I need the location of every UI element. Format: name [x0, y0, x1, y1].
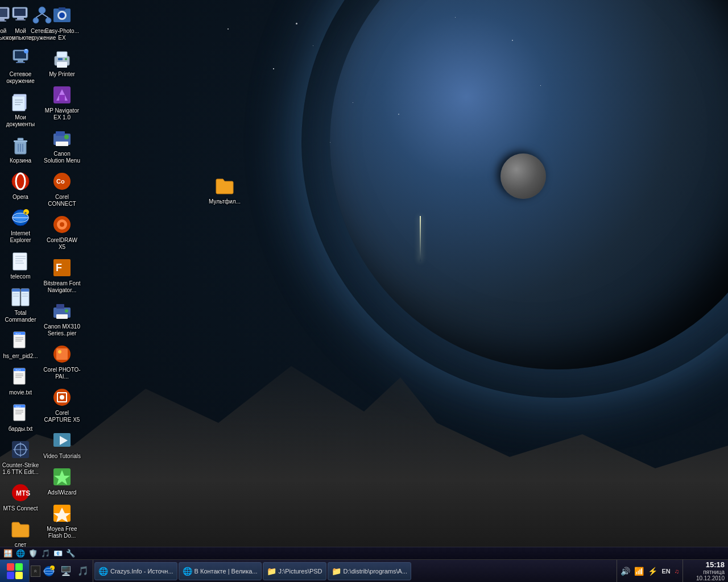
svg-text:F: F [56, 262, 62, 273]
taskbar-items: 🌐 Crazys.Info - Источн... 🌐 В Контакте |… [93, 560, 617, 583]
icon-trash[interactable]: Корзина [1, 132, 40, 165]
taskbar-item-pictures[interactable]: 📁 J:\Pictures\PSD [263, 562, 326, 580]
svg-rect-109 [56, 348, 68, 360]
icon-my-documents[interactable]: Мои документы [1, 89, 40, 129]
ql-media-icon[interactable]: 🎵 [75, 563, 91, 579]
icon-movie[interactable]: TXT movie.txt [1, 364, 40, 397]
icon-corel-capture[interactable]: Corel CAPTURE X5 [42, 385, 82, 425]
taskbar-item-vk-label: В Контакте | Велика... [195, 568, 258, 575]
svg-rect-94 [56, 131, 65, 136]
icon-my-printer[interactable]: My Printer [42, 46, 82, 79]
desktop: Мой компьютер Сетевое окружение [0, 0, 728, 582]
icon-adslwizard[interactable]: AdslWizard [42, 464, 82, 497]
svg-rect-155 [15, 572, 23, 579]
taskbar-item-crazys-label: Crazys.Info - Источн... [110, 568, 173, 575]
taskbar2-mail-icon[interactable]: 📧 [52, 548, 64, 559]
taskbar: « e 🖥️ 🎵 🌐 Crazys.Info - Источн... 🌐 [0, 559, 728, 582]
svg-rect-36 [13, 253, 27, 270]
icon-total-commander[interactable]: Total Commander [1, 285, 40, 325]
icon-bitstream[interactable]: F Bitstream Font Navigator... [42, 255, 82, 295]
svg-point-84 [59, 13, 65, 18]
svg-rect-95 [56, 142, 68, 146]
svg-rect-88 [57, 62, 67, 68]
taskbar-item-pictures-label: J:\Pictures\PSD [279, 568, 322, 575]
svg-rect-11 [17, 18, 24, 19]
svg-text:MTS: MTS [16, 489, 30, 497]
taskbar2-windows-icon[interactable]: 🪟 [2, 548, 14, 559]
ql-show-desktop-icon[interactable]: 🖥️ [58, 563, 74, 579]
taskbar-item-distrib[interactable]: 📁 D:\distrib\programs\A... [328, 562, 411, 580]
icon-slot-folder[interactable]: слет [1, 517, 40, 550]
icon-network[interactable]: Сетевое окружение [1, 46, 40, 86]
icon-coreldraw[interactable]: CorelDRAW X5 [42, 212, 82, 252]
icon-bardy[interactable]: TXT барды.txt [1, 401, 40, 434]
taskbar-item-vk-icon: 🌐 [183, 567, 192, 576]
icon-mts-connect[interactable]: MTS MTS Connect [1, 480, 40, 513]
icon-ie[interactable]: e Internet Explorer [1, 205, 40, 245]
tray-network-icon[interactable]: 📶 [633, 566, 645, 577]
icon-multfilm[interactable]: Мультфил... [205, 173, 245, 206]
taskbar2-tools-icon[interactable]: 🔧 [65, 548, 76, 559]
icon-telecom[interactable]: telecom [1, 248, 40, 281]
expand-quick-launch-btn[interactable]: « [31, 566, 40, 577]
quick-launch: « e 🖥️ 🎵 [30, 560, 93, 583]
stars-background [0, 0, 728, 582]
taskbar2-security-icon[interactable]: 🛡️ [27, 548, 39, 559]
svg-text:Co: Co [56, 178, 65, 185]
svg-rect-152 [7, 563, 14, 571]
svg-point-90 [65, 58, 67, 60]
svg-rect-154 [7, 572, 14, 579]
tray-power-icon[interactable]: ⚡ [647, 566, 659, 577]
svg-text:TXT: TXT [15, 369, 20, 372]
taskbar-item-distrib-label: D:\distrib\programs\A... [344, 568, 407, 575]
svg-rect-19 [13, 96, 25, 111]
tray-lang-label[interactable]: EN [660, 567, 671, 576]
icon-canon-solution[interactable]: Canon Solution Menu [42, 126, 82, 165]
taskbar2-browser-icon[interactable]: 🌐 [15, 548, 26, 559]
tray-volume-icon[interactable]: 🔊 [619, 566, 631, 577]
icon-opera[interactable]: Opera [1, 169, 40, 202]
icon-easy-photo[interactable]: Easy-Photo... EX [42, 3, 82, 43]
svg-rect-16 [16, 62, 25, 63]
clock[interactable]: 15:18 пятница 10.12.2010 [682, 559, 728, 582]
taskbar-item-pictures-icon: 📁 [267, 567, 276, 576]
taskbar2-music-icon[interactable]: 🎵 [40, 548, 51, 559]
icon-video-tutorials[interactable]: Video Tutorials [42, 428, 82, 461]
icon-moyea[interactable]: Moyea Free Flash Do... [42, 501, 82, 541]
start-button[interactable] [0, 560, 30, 583]
icon-corel-connect[interactable]: Co Corel CONNECT [42, 169, 82, 209]
tray-media-icon[interactable]: ♫ [673, 567, 680, 576]
svg-rect-43 [12, 289, 20, 292]
taskbar-item-crazys-icon: 🌐 [98, 567, 108, 576]
taskbar-item-vk[interactable]: 🌐 В Контакте | Велика... [179, 562, 262, 580]
clock-date: 10.12.2010 [696, 575, 725, 581]
icon-hs-err[interactable]: TXT hs_err_pid2... [1, 328, 40, 361]
svg-point-29 [12, 173, 29, 190]
taskbar2: 🪟 🌐 🛡️ 🎵 📧 🔧 [0, 547, 728, 559]
svg-rect-106 [56, 314, 68, 319]
svg-text:e: e [24, 211, 27, 215]
taskbar-item-distrib-icon: 📁 [332, 567, 341, 576]
svg-point-101 [60, 222, 64, 227]
clock-time: 15:18 [706, 560, 725, 569]
icon-counter-strike[interactable]: Counter-Strike 1.6 TTK Edit... [1, 437, 40, 477]
icon-mp-navigator[interactable]: MP Navigator EX 1.0 [42, 82, 82, 122]
taskbar-item-crazys[interactable]: 🌐 Crazys.Info - Источн... [94, 562, 177, 580]
svg-rect-12 [15, 19, 26, 20]
svg-rect-153 [15, 563, 23, 571]
icon-canon-mx310[interactable]: Canon MX310 Series..pier [42, 298, 82, 338]
ql-ie-icon[interactable]: e [41, 563, 57, 579]
icon-corel-photo[interactable]: Corel PHOTO-PAI... [42, 342, 82, 381]
svg-rect-25 [18, 138, 23, 140]
svg-rect-105 [56, 304, 64, 309]
svg-rect-89 [58, 58, 63, 60]
icon-my-computer[interactable]: Мой компьютер [1, 3, 40, 43]
svg-rect-92 [59, 95, 65, 101]
svg-point-107 [65, 309, 68, 313]
svg-rect-10 [14, 9, 26, 16]
svg-point-110 [58, 350, 61, 354]
svg-point-113 [60, 395, 64, 400]
clock-day: пятница [703, 569, 725, 575]
svg-text:TXT: TXT [15, 405, 20, 409]
svg-rect-87 [57, 52, 67, 57]
